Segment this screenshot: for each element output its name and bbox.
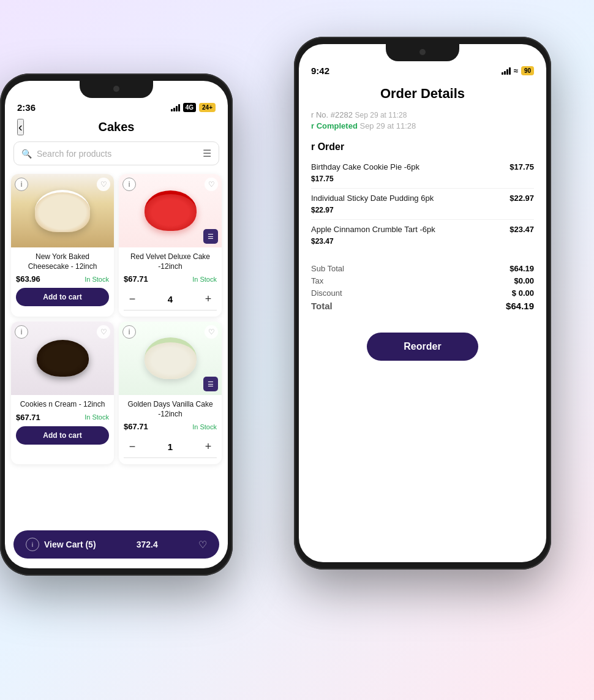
status-time-right: 9:42 bbox=[311, 66, 329, 76]
notch-left bbox=[80, 81, 153, 98]
search-icon: 🔍 bbox=[21, 149, 32, 159]
product-price-row-3: $67.71 In Stock bbox=[16, 413, 109, 422]
qty-decrease-2[interactable]: − bbox=[124, 290, 141, 307]
product-info-2: Red Velvet Deluxe Cake -12inch $67.71 In… bbox=[119, 247, 222, 317]
heart-icon-1[interactable]: ♡ bbox=[97, 178, 110, 191]
order-completed-status: r Completed bbox=[311, 121, 358, 130]
total-value: $64.19 bbox=[506, 301, 534, 311]
product-name-3: Cookies n Cream - 12inch bbox=[16, 400, 109, 410]
product-info-1: New York Baked Cheesecake - 12inch $63.9… bbox=[11, 247, 114, 312]
order-no-label: r No. #2282 bbox=[311, 110, 353, 119]
order-item-price-sub-1: $17.75 bbox=[311, 175, 503, 183]
order-section-title: r Order bbox=[299, 141, 546, 157]
qty-value-4: 1 bbox=[168, 442, 173, 452]
quantity-control-4: − 1 + bbox=[124, 435, 217, 458]
summary-discount: Discount $ 0.00 bbox=[311, 288, 534, 298]
product-card-ny-cheesecake: i ♡ New York Baked Cheesecake - 12inch $… bbox=[11, 174, 114, 317]
product-name-1: New York Baked Cheesecake - 12inch bbox=[16, 252, 109, 271]
order-item-left-2: Individual Sticky Date Pudding 6pk $22.9… bbox=[311, 194, 503, 214]
order-header: Order Details bbox=[299, 81, 546, 110]
battery-badge-right: 90 bbox=[521, 66, 534, 75]
status-icons-left: 4G 24+ bbox=[171, 103, 216, 112]
quantity-control-2: − 4 + bbox=[124, 288, 217, 310]
stock-status-3: In Stock bbox=[85, 413, 109, 421]
product-price-row-1: $63.96 In Stock bbox=[16, 274, 109, 284]
order-item-price-right-3: $23.47 bbox=[503, 225, 534, 234]
order-item-price-right-2: $22.97 bbox=[503, 194, 534, 203]
heart-icon-4[interactable]: ♡ bbox=[205, 325, 218, 339]
stock-status-2: In Stock bbox=[192, 276, 217, 283]
order-item-price-sub-3: $23.47 bbox=[311, 237, 503, 246]
order-item-3: Apple Cinnamon Crumble Tart -6pk $23.47 … bbox=[311, 220, 534, 250]
product-image-1: i ♡ bbox=[11, 174, 114, 247]
filter-icon[interactable]: ☰ bbox=[203, 148, 211, 159]
product-name-2: Red Velvet Deluxe Cake -12inch bbox=[124, 252, 217, 271]
qty-increase-4[interactable]: + bbox=[200, 438, 217, 455]
status-icons-right: ≈ 90 bbox=[502, 66, 534, 75]
qty-decrease-4[interactable]: − bbox=[124, 438, 141, 455]
order-item-left-3: Apple Cinnamon Crumble Tart -6pk $23.47 bbox=[311, 225, 503, 246]
order-item-price-sub-2: $22.97 bbox=[311, 206, 503, 214]
order-item-price-right-1: $17.75 bbox=[503, 162, 534, 171]
order-item-2: Individual Sticky Date Pudding 6pk $22.9… bbox=[311, 189, 534, 220]
product-grid: i ♡ New York Baked Cheesecake - 12inch $… bbox=[5, 174, 228, 464]
reorder-section: Reorder bbox=[299, 323, 546, 373]
product-info-3: Cookies n Cream - 12inch $67.71 In Stock… bbox=[11, 395, 114, 451]
product-card-golden-vanilla: i ♡ ☰ Golden Days Vanilla Cake -12inch $… bbox=[119, 322, 222, 464]
order-item-1: Birthday Cake Cookie Pie -6pk $17.75 $17… bbox=[311, 157, 534, 189]
back-button[interactable]: ‹ bbox=[17, 119, 24, 135]
heart-icon-3[interactable]: ♡ bbox=[97, 325, 110, 339]
cart-heart-icon: ♡ bbox=[198, 539, 207, 551]
view-cart-bar[interactable]: i View Cart (5) 372.4 ♡ bbox=[13, 530, 219, 559]
signal-icon-right bbox=[502, 67, 511, 75]
info-icon-4[interactable]: i bbox=[122, 325, 136, 339]
subtotal-value: $64.19 bbox=[509, 264, 534, 273]
reorder-button[interactable]: Reorder bbox=[367, 333, 478, 361]
battery-badge-left: 24+ bbox=[199, 103, 216, 112]
product-image-3: i ♡ bbox=[11, 322, 114, 395]
order-item-name-3: Apple Cinnamon Crumble Tart -6pk bbox=[311, 225, 503, 235]
view-cart-total: 372.4 bbox=[137, 540, 158, 549]
summary-tax: Tax $0.00 bbox=[311, 276, 534, 285]
order-completed-date: Sep 29 at 11:28 bbox=[359, 121, 416, 130]
product-price-2: $67.71 bbox=[124, 274, 148, 284]
cart-info-icon: i bbox=[26, 538, 39, 551]
view-cart-left: i View Cart (5) bbox=[26, 538, 96, 551]
product-info-4: Golden Days Vanilla Cake -12inch $67.71 … bbox=[119, 395, 222, 464]
chat-icon-4[interactable]: ☰ bbox=[203, 377, 218, 391]
order-summary: Sub Total $64.19 Tax $0.00 Discount $ 0.… bbox=[299, 255, 546, 323]
order-number-line: r No. #2282 Sep 29 at 11:28 bbox=[311, 110, 534, 119]
add-to-cart-button-1[interactable]: Add to cart bbox=[16, 288, 109, 306]
product-price-3: $67.71 bbox=[16, 413, 40, 422]
status-time-left: 2:36 bbox=[17, 102, 36, 113]
product-price-row-4: $67.71 In Stock bbox=[124, 422, 217, 431]
order-item-left-1: Birthday Cake Cookie Pie -6pk $17.75 bbox=[311, 162, 503, 183]
product-price-row-2: $67.71 In Stock bbox=[124, 274, 217, 284]
product-image-4: i ♡ ☰ bbox=[119, 322, 222, 395]
info-icon-1[interactable]: i bbox=[15, 178, 28, 191]
discount-label: Discount bbox=[311, 288, 342, 298]
order-date: Sep 29 at 11:28 bbox=[355, 111, 407, 119]
tax-label: Tax bbox=[311, 276, 323, 285]
search-placeholder: Search for products bbox=[37, 149, 198, 159]
screen-title-left: Cakes bbox=[99, 120, 135, 134]
order-title: Order Details bbox=[311, 86, 534, 102]
summary-total: Total $64.19 bbox=[311, 301, 534, 311]
order-meta: r No. #2282 Sep 29 at 11:28 r Completed … bbox=[299, 110, 546, 141]
heart-icon-2[interactable]: ♡ bbox=[205, 178, 218, 191]
search-bar[interactable]: 🔍 Search for products ☰ bbox=[13, 141, 219, 165]
stock-status-4: In Stock bbox=[192, 423, 217, 431]
qty-value-2: 4 bbox=[168, 294, 173, 304]
product-image-2: i ♡ ☰ bbox=[119, 174, 222, 247]
qty-increase-2[interactable]: + bbox=[200, 290, 217, 307]
stock-status-1: In Stock bbox=[85, 276, 109, 283]
info-icon-3[interactable]: i bbox=[15, 325, 28, 339]
subtotal-label: Sub Total bbox=[311, 264, 344, 273]
view-cart-label: View Cart (5) bbox=[44, 540, 96, 549]
chat-icon-2[interactable]: ☰ bbox=[203, 229, 218, 244]
wifi-icon-right: ≈ bbox=[514, 66, 518, 75]
add-to-cart-button-3[interactable]: Add to cart bbox=[16, 426, 109, 445]
right-phone: 9:42 ≈ 90 Order Details r No. #2282 Sep … bbox=[294, 37, 551, 570]
order-item-name-2: Individual Sticky Date Pudding 6pk bbox=[311, 194, 503, 204]
info-icon-2[interactable]: i bbox=[122, 178, 136, 191]
